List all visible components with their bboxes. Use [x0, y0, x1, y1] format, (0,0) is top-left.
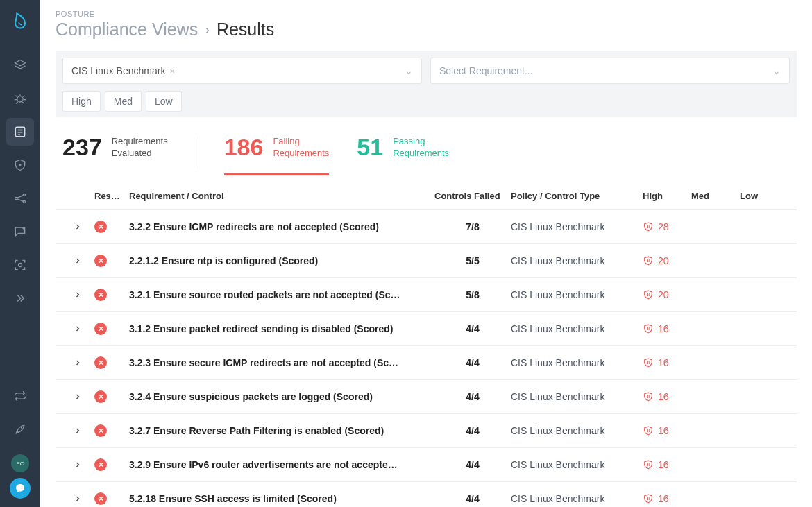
nav-loop-icon[interactable] [6, 382, 34, 410]
stat-passing[interactable]: 51 PassingRequirements [357, 134, 449, 173]
chip-low[interactable]: Low [146, 91, 182, 112]
policy-text: CIS Linux Benchmark [511, 289, 643, 300]
table-row[interactable]: ✕3.2.3 Ensure secure ICMP redirects are … [56, 346, 797, 380]
status-fail-icon: ✕ [94, 289, 129, 301]
col-med[interactable]: Med [691, 191, 740, 201]
status-fail-icon: ✕ [94, 424, 129, 437]
severity-high: H20 [643, 255, 691, 267]
controls-failed-value: 4/4 [434, 357, 511, 368]
nav-collapse-icon[interactable] [6, 284, 34, 312]
shield-high-icon: H [643, 492, 654, 505]
benchmark-select[interactable]: CIS Linux Benchmark × ⌄ [62, 58, 422, 84]
filters-panel: CIS Linux Benchmark × ⌄ Select Requireme… [56, 51, 797, 117]
severity-high: H28 [643, 221, 691, 233]
status-fail-icon: ✕ [94, 492, 129, 505]
shield-high-icon: H [643, 255, 654, 267]
policy-text: CIS Linux Benchmark [511, 493, 643, 504]
user-avatar[interactable]: EC [11, 454, 29, 472]
nav-rocket-icon[interactable] [6, 415, 34, 443]
svg-text:H: H [647, 225, 650, 229]
stat-passing-value: 51 [357, 134, 383, 161]
status-fail-icon: ✕ [94, 458, 129, 471]
stat-failing-value: 186 [224, 134, 264, 161]
expand-row-icon[interactable] [61, 495, 94, 503]
requirement-text: 3.2.2 Ensure ICMP redirects are not acce… [129, 221, 434, 232]
svg-point-6 [19, 264, 22, 267]
table-row[interactable]: ✕3.2.4 Ensure suspicious packets are log… [56, 380, 797, 414]
expand-row-icon[interactable] [61, 461, 94, 469]
requirement-text: 3.2.3 Ensure secure ICMP redirects are n… [129, 357, 434, 368]
policy-text: CIS Linux Benchmark [511, 255, 643, 266]
expand-row-icon[interactable] [61, 359, 94, 367]
svg-text:H: H [647, 293, 650, 297]
shield-high-icon: H [643, 289, 654, 301]
stat-failing[interactable]: 186 FailingRequirements [224, 134, 330, 175]
expand-row-icon[interactable] [61, 393, 94, 401]
svg-point-3 [23, 194, 25, 196]
controls-failed-value: 4/4 [434, 425, 511, 436]
requirement-placeholder: Select Requirement... [439, 65, 533, 76]
svg-text:H: H [647, 429, 650, 433]
nav-compliance-icon[interactable] [6, 118, 34, 146]
svg-text:H: H [647, 395, 650, 399]
table-row[interactable]: ✕3.2.9 Ensure IPv6 router advertisements… [56, 448, 797, 482]
expand-row-icon[interactable] [61, 325, 94, 333]
severity-chips: High Med Low [62, 91, 790, 112]
breadcrumb-current: Results [217, 19, 274, 40]
expand-row-icon[interactable] [61, 427, 94, 435]
nav-shield-icon[interactable] [6, 151, 34, 179]
requirement-select[interactable]: Select Requirement... ⌄ [430, 58, 790, 84]
policy-text: CIS Linux Benchmark [511, 459, 643, 470]
controls-failed-value: 4/4 [434, 391, 511, 402]
table-row[interactable]: ✕3.2.2 Ensure ICMP redirects are not acc… [56, 210, 797, 244]
col-low[interactable]: Low [740, 191, 788, 201]
expand-row-icon[interactable] [61, 223, 94, 231]
col-policy[interactable]: Policy / Control Type [511, 191, 643, 201]
col-high[interactable]: High [643, 191, 691, 201]
status-fail-icon: ✕ [94, 390, 129, 403]
col-requirement[interactable]: Requirement / Control [129, 191, 434, 201]
requirement-text: 3.2.1 Ensure source routed packets are n… [129, 289, 434, 300]
divider [196, 137, 196, 169]
svg-point-4 [23, 200, 25, 203]
policy-text: CIS Linux Benchmark [511, 357, 643, 368]
nav-bug-icon[interactable] [6, 85, 34, 112]
table-row[interactable]: ✕2.2.1.2 Ensure ntp is configured (Score… [56, 244, 797, 278]
shield-high-icon: H [643, 221, 654, 233]
table-row[interactable]: ✕3.2.7 Ensure Reverse Path Filtering is … [56, 414, 797, 448]
table-row[interactable]: ✕3.1.2 Ensure packet redirect sending is… [56, 312, 797, 346]
svg-text:H: H [647, 463, 650, 467]
nav-graph-icon[interactable] [6, 184, 34, 212]
clear-benchmark-icon[interactable]: × [169, 66, 175, 76]
nav-stack-icon[interactable] [6, 51, 34, 79]
support-chat-button[interactable] [10, 478, 31, 499]
col-controls-failed[interactable]: Controls Failed [434, 191, 511, 201]
requirement-text: 3.2.4 Ensure suspicious packets are logg… [129, 391, 434, 402]
severity-high: H16 [643, 492, 691, 505]
col-result[interactable]: Res… [94, 191, 129, 201]
svg-text:H: H [647, 361, 650, 365]
policy-text: CIS Linux Benchmark [511, 391, 643, 402]
nav-capture-icon[interactable] [6, 251, 34, 279]
app-logo[interactable] [9, 10, 31, 32]
shield-high-icon: H [643, 356, 654, 369]
severity-high: H16 [643, 390, 691, 403]
requirement-text: 3.2.9 Ensure IPv6 router advertisements … [129, 459, 434, 470]
expand-row-icon[interactable] [61, 291, 94, 299]
expand-row-icon[interactable] [61, 257, 94, 265]
breadcrumb: Compliance Views › Results [56, 19, 797, 40]
requirement-text: 5.2.18 Ensure SSH access is limited (Sco… [129, 493, 434, 504]
chip-med[interactable]: Med [105, 91, 142, 112]
nav-chat-icon[interactable] [6, 218, 34, 246]
status-fail-icon: ✕ [94, 323, 129, 335]
requirement-text: 3.2.7 Ensure Reverse Path Filtering is e… [129, 425, 434, 436]
breadcrumb-parent[interactable]: Compliance Views [56, 19, 198, 40]
controls-failed-value: 5/5 [434, 255, 511, 266]
chevron-down-icon: ⌄ [772, 65, 781, 76]
svg-point-5 [23, 227, 24, 229]
svg-point-0 [17, 96, 23, 102]
table-row[interactable]: ✕3.2.1 Ensure source routed packets are … [56, 278, 797, 312]
chip-high[interactable]: High [62, 91, 101, 112]
svg-text:H: H [647, 497, 650, 501]
table-row[interactable]: ✕5.2.18 Ensure SSH access is limited (Sc… [56, 482, 797, 507]
